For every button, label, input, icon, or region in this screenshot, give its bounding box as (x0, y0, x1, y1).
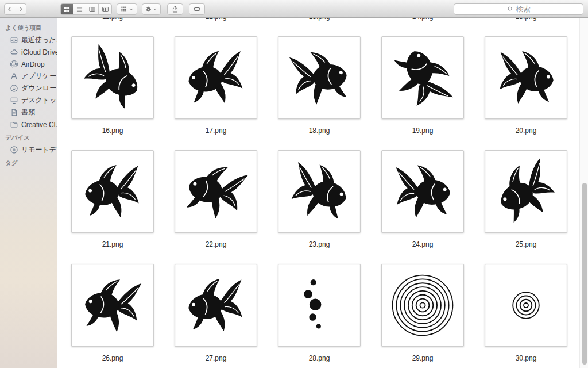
sidebar-item-label: アプリケー… (21, 71, 57, 81)
file-name[interactable]: 22.png (206, 240, 227, 248)
file-item[interactable]: 25.png (485, 150, 567, 248)
file-name[interactable]: 19.png (412, 126, 434, 135)
group-icon (120, 5, 127, 13)
chevron-right-icon (17, 5, 25, 13)
file-name[interactable]: 28.png (309, 354, 330, 362)
vertical-scrollbar[interactable] (579, 18, 588, 368)
sidebar-item-downloads[interactable]: ダウンロード (0, 82, 57, 94)
file-name[interactable]: 11.png (71, 18, 154, 21)
goldfish-icon (280, 152, 358, 230)
action-menu-button[interactable] (142, 3, 161, 15)
file-item[interactable]: 21.png (71, 150, 154, 248)
finder-sidebar: よく使う項目最近使った…iCloud DriveAirDropアプリケー…ダウン… (0, 18, 57, 368)
search-placeholder: 検索 (516, 5, 531, 14)
file-browser-content: 11.png12.png13.png14.png15.png 16.png17.… (57, 18, 588, 368)
sidebar-item-airdrop[interactable]: AirDrop (0, 58, 57, 70)
sidebar-item-label: リモートデ… (21, 145, 57, 155)
view-columns-button[interactable] (86, 4, 99, 14)
sidebar-item-applications[interactable]: アプリケー… (0, 70, 57, 82)
file-thumbnail[interactable] (485, 36, 567, 119)
view-coverflow-button[interactable] (99, 4, 111, 14)
file-thumbnail[interactable] (278, 150, 361, 233)
group-by-button[interactable] (117, 3, 137, 15)
view-grid-button[interactable] (61, 4, 74, 14)
file-thumbnail[interactable] (175, 264, 257, 347)
view-list-button[interactable] (74, 4, 86, 14)
file-item[interactable]: 19.png (381, 36, 464, 135)
partial-row: 11.png12.png13.png14.png15.png (71, 18, 567, 21)
sidebar-item-label: Creative Cl… (21, 121, 57, 129)
file-thumbnail[interactable] (278, 36, 361, 119)
folder-icon (10, 120, 18, 129)
file-item[interactable]: 18.png (278, 36, 361, 135)
sidebar-item-documents[interactable]: 書類 (0, 106, 57, 118)
file-item[interactable]: 23.png (278, 150, 361, 248)
gear-icon (145, 5, 152, 13)
file-thumbnail[interactable] (485, 264, 567, 347)
share-button[interactable] (167, 3, 183, 15)
forward-button[interactable] (15, 3, 26, 15)
file-name[interactable]: 15.png (485, 18, 567, 21)
file-name[interactable]: 29.png (412, 354, 434, 362)
file-thumbnail[interactable] (278, 264, 361, 347)
file-name[interactable]: 24.png (412, 240, 434, 248)
file-thumbnail[interactable] (175, 36, 257, 119)
file-thumbnail[interactable] (485, 150, 567, 233)
file-item[interactable]: 27.png (175, 264, 257, 362)
goldfish-icon (77, 270, 148, 341)
sidebar-item-icloud-drive[interactable]: iCloud Drive (0, 46, 57, 58)
file-item[interactable]: 28.png (278, 264, 361, 362)
sidebar-item-label: ダウンロード (21, 83, 57, 93)
grid-row: 16.png17.png18.png19.png20.png (71, 36, 567, 135)
sidebar-item-label: 最近使った… (21, 35, 57, 45)
sidebar-item-desktop[interactable]: デスクトップ (0, 94, 57, 106)
file-name[interactable]: 17.png (206, 126, 227, 135)
sidebar-sections: よく使う項目最近使った…iCloud DriveAirDropアプリケー…ダウン… (0, 21, 57, 169)
sidebar-item-label: AirDrop (21, 60, 45, 68)
file-name[interactable]: 16.png (102, 126, 123, 135)
icloud-icon (10, 48, 18, 56)
file-item[interactable]: 26.png (71, 264, 154, 362)
file-name[interactable]: 21.png (102, 240, 123, 248)
file-name[interactable]: 26.png (102, 354, 123, 362)
file-thumbnail[interactable] (71, 264, 154, 347)
sidebar-item-label: 書類 (21, 108, 35, 117)
goldfish-icon (283, 41, 357, 115)
search-input[interactable]: 検索 (454, 3, 583, 15)
file-thumbnail[interactable] (381, 150, 464, 233)
goldfish-icon (492, 43, 560, 112)
goldfish-icon (390, 159, 455, 224)
file-item[interactable]: 22.png (175, 150, 257, 248)
documents-icon (10, 108, 18, 117)
grid-view-icon (63, 6, 71, 13)
sidebar-item-remote-disc[interactable]: リモートデ… (0, 144, 57, 156)
sidebar-item-recents[interactable]: 最近使った… (0, 34, 57, 46)
file-thumbnail[interactable] (381, 36, 464, 119)
file-name[interactable]: 20.png (516, 126, 537, 135)
tag-icon (193, 5, 201, 13)
file-thumbnail[interactable] (381, 264, 464, 347)
list-view-icon (76, 6, 83, 13)
file-thumbnail[interactable] (71, 150, 154, 233)
sidebar-section-title: デバイス (0, 131, 57, 144)
file-thumbnail[interactable] (71, 36, 154, 119)
file-name[interactable]: 30.png (516, 354, 537, 362)
file-thumbnail[interactable] (175, 150, 257, 233)
scrollbar-thumb[interactable] (582, 183, 587, 365)
file-name[interactable]: 12.png (175, 18, 257, 21)
tag-button[interactable] (189, 3, 205, 15)
sidebar-item-creative-cloud[interactable]: Creative Cl… (0, 118, 57, 131)
file-name[interactable]: 14.png (381, 18, 464, 21)
file-item[interactable]: 30.png (485, 264, 567, 362)
file-name[interactable]: 13.png (278, 18, 361, 21)
back-button[interactable] (4, 3, 16, 15)
file-item[interactable]: 16.png (71, 36, 154, 135)
file-item[interactable]: 20.png (485, 36, 567, 135)
file-name[interactable]: 23.png (309, 240, 330, 248)
file-item[interactable]: 29.png (381, 264, 464, 362)
file-item[interactable]: 24.png (381, 150, 464, 248)
file-name[interactable]: 18.png (309, 126, 330, 135)
file-name[interactable]: 25.png (516, 240, 537, 248)
file-name[interactable]: 27.png (206, 354, 227, 362)
file-item[interactable]: 17.png (175, 36, 257, 135)
